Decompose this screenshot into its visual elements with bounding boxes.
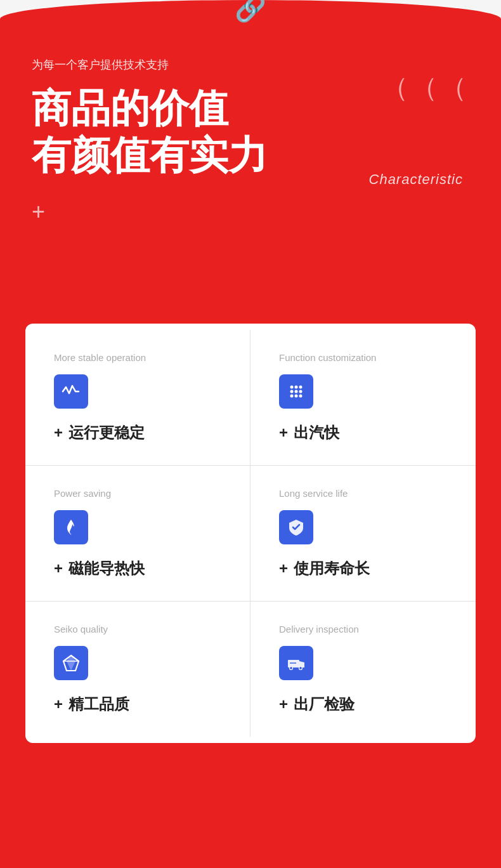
title-line1: 商品的价值 [32, 86, 228, 130]
shield-icon [287, 518, 306, 537]
wave-icon [62, 382, 81, 401]
top-white-area: 🔗 [0, 0, 501, 32]
title-line2: 有颜值有实力 [32, 133, 268, 177]
feature-label-custom: Function customization [279, 352, 447, 363]
feature-title-delivery: + 出厂检验 [279, 694, 447, 714]
feature-label-stable: More stable operation [54, 352, 221, 363]
feature-cell-life: Long service life + 使用寿命长 [251, 466, 476, 602]
feature-cell-custom: Function customization + [251, 330, 476, 466]
feature-title-custom: + 出汽快 [279, 423, 447, 443]
plus-power: + [54, 560, 63, 577]
diamond-icon [62, 654, 81, 673]
feature-title-stable: + 运行更稳定 [54, 423, 221, 443]
svg-point-1 [295, 386, 298, 389]
wave-icon-box [54, 374, 88, 409]
truck-icon [287, 654, 306, 673]
plus-custom: + [279, 424, 288, 441]
plus-stable: + [54, 424, 63, 441]
feature-label-seiko: Seiko quality [54, 624, 221, 635]
dots-icon [287, 382, 306, 401]
feature-label-life: Long service life [279, 488, 447, 499]
svg-point-2 [299, 386, 303, 389]
feature-cell-delivery: Delivery inspection + 出厂检验 [251, 602, 476, 737]
svg-point-4 [295, 390, 298, 393]
quote-marks: （（（ [382, 70, 469, 105]
feature-cell-stable: More stable operation + 运行更稳定 [25, 330, 251, 466]
features-card: More stable operation + 运行更稳定 Function c… [25, 324, 476, 743]
hero-plus: + [32, 199, 469, 225]
svg-point-7 [295, 395, 298, 398]
characteristic-label: Characteristic [369, 171, 463, 188]
diamond-icon-box [54, 646, 88, 680]
svg-point-8 [299, 395, 303, 398]
shield-icon-box [279, 510, 313, 544]
svg-point-14 [290, 667, 293, 670]
plus-life: + [279, 560, 288, 577]
feature-label-delivery: Delivery inspection [279, 624, 447, 635]
hero-section: 为每一个客户提供技术支持 （（（ 商品的价值 有颜值有实力 Characteri… [0, 32, 501, 324]
flame-icon-box [54, 510, 88, 544]
svg-point-3 [290, 390, 294, 393]
feature-cell-power: Power saving + 磁能导热快 [25, 466, 251, 602]
card-section: More stable operation + 运行更稳定 Function c… [0, 324, 501, 781]
feature-title-seiko: + 精工品质 [54, 694, 221, 714]
truck-icon-box [279, 646, 313, 680]
dots-icon-box [279, 374, 313, 409]
plus-seiko: + [54, 695, 63, 713]
feature-cell-seiko: Seiko quality + 精工品质 [25, 602, 251, 737]
svg-point-15 [299, 667, 303, 670]
feature-title-power: + 磁能导热快 [54, 558, 221, 579]
product-icon: 🔗 [235, 0, 266, 23]
features-grid: More stable operation + 运行更稳定 Function c… [25, 330, 476, 737]
svg-point-6 [290, 395, 294, 398]
svg-point-0 [290, 386, 294, 389]
svg-rect-12 [288, 660, 299, 667]
flame-icon [62, 518, 81, 537]
feature-title-life: + 使用寿命长 [279, 558, 447, 579]
feature-label-power: Power saving [54, 488, 221, 499]
plus-delivery: + [279, 695, 288, 713]
svg-point-5 [299, 390, 303, 393]
